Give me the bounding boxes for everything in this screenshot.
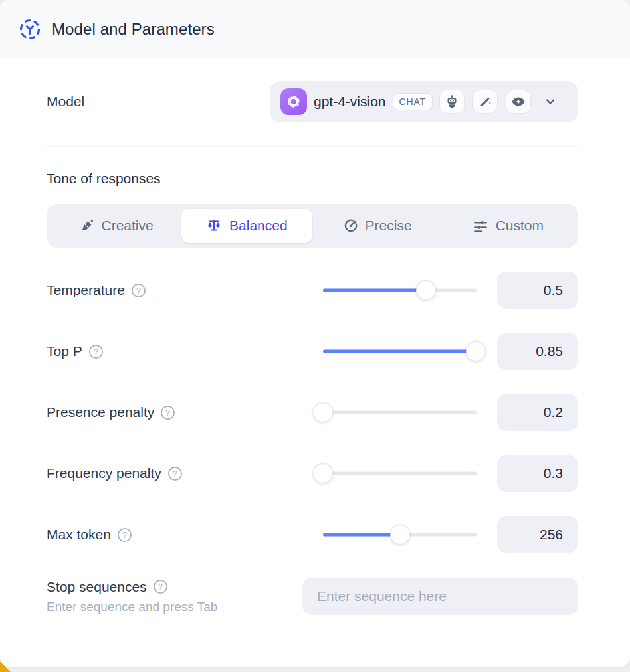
param-row-presence-penalty: Presence penalty ? 0.2: [47, 394, 578, 431]
paintbrush-icon: [80, 218, 94, 233]
slider-track: [323, 411, 477, 414]
slider-handle[interactable]: [313, 402, 333, 422]
model-parameters-icon: [19, 18, 41, 41]
tab-creative[interactable]: Creative: [51, 209, 181, 243]
presence-penalty-value[interactable]: 0.2: [497, 394, 578, 431]
chevron-down-icon: [543, 94, 558, 109]
model-type-badge: CHAT: [393, 93, 433, 110]
svg-text:?: ?: [158, 582, 163, 592]
tone-tab-bar: Creative Balanced: [47, 204, 578, 248]
model-label: Model: [47, 94, 84, 110]
param-row-max-token: Max token ? 256: [47, 516, 578, 553]
svg-text:?: ?: [94, 347, 98, 357]
temperature-value[interactable]: 0.5: [497, 272, 578, 309]
svg-text:?: ?: [173, 469, 177, 479]
frequency-penalty-slider[interactable]: [323, 463, 477, 483]
param-row-top-p: Top P ? 0.85: [47, 333, 578, 370]
vision-eye-icon: [506, 90, 531, 114]
panel-header: Model and Parameters: [0, 0, 630, 58]
top-p-slider[interactable]: [323, 341, 477, 361]
tab-label: Balanced: [229, 218, 288, 234]
model-and-parameters-panel: Model and Parameters Model: [0, 0, 630, 667]
param-row-temperature: Temperature ? 0.5: [47, 272, 578, 309]
slider-handle[interactable]: [466, 341, 486, 361]
top-p-value[interactable]: 0.85: [497, 333, 578, 370]
help-icon[interactable]: ?: [131, 283, 146, 298]
slider-handle[interactable]: [416, 280, 436, 300]
stop-sequences-row: Stop sequences ? Enter sequence and pres…: [47, 578, 578, 615]
slider-handle[interactable]: [390, 525, 410, 545]
tab-label: Custom: [496, 218, 544, 234]
help-icon[interactable]: ?: [88, 344, 104, 359]
param-label: Temperature: [47, 282, 125, 298]
slider-fill: [323, 533, 400, 537]
model-name: gpt-4-vision: [314, 94, 386, 110]
param-label: Presence penalty: [47, 404, 154, 420]
tab-balanced[interactable]: Balanced: [181, 209, 312, 243]
frequency-penalty-value[interactable]: 0.3: [497, 455, 578, 492]
help-icon[interactable]: ?: [160, 405, 175, 420]
model-row: Model gpt-4-vision CH: [47, 81, 578, 122]
slider-handle[interactable]: [313, 463, 333, 483]
tab-label: Creative: [102, 218, 154, 234]
param-label: Frequency penalty: [47, 465, 161, 481]
target-arrow-icon: [343, 218, 358, 234]
tab-precise[interactable]: Precise: [312, 209, 443, 243]
slider-track: [323, 472, 477, 475]
svg-text:?: ?: [136, 286, 141, 295]
svg-text:?: ?: [122, 531, 127, 540]
help-icon[interactable]: ?: [153, 579, 168, 594]
page-title: Model and Parameters: [52, 20, 215, 39]
tone-section-title: Tone of responses: [47, 171, 578, 187]
help-icon[interactable]: ?: [167, 466, 183, 481]
param-label: Top P: [47, 343, 82, 359]
slider-fill: [323, 289, 426, 292]
param-label: Max token: [47, 527, 111, 543]
max-token-slider[interactable]: [323, 525, 477, 545]
model-select[interactable]: gpt-4-vision CHAT: [270, 81, 578, 122]
sliders-icon: [473, 218, 488, 234]
param-row-frequency-penalty: Frequency penalty ? 0.3: [47, 455, 578, 492]
slider-fill: [323, 350, 476, 353]
presence-penalty-slider[interactable]: [323, 402, 477, 422]
max-token-value[interactable]: 256: [497, 516, 578, 553]
stop-sequences-hint: Enter sequence and press Tab: [47, 600, 302, 614]
help-icon[interactable]: ?: [117, 527, 132, 543]
tab-label: Precise: [366, 218, 412, 234]
stop-sequences-label: Stop sequences: [47, 579, 147, 595]
stop-sequence-input[interactable]: [302, 578, 578, 615]
temperature-slider[interactable]: [323, 280, 477, 300]
openai-logo-icon: [280, 88, 307, 115]
section-divider: [47, 146, 578, 147]
svg-text:?: ?: [165, 408, 170, 418]
robot-icon: [439, 90, 465, 114]
balance-scale-icon: [206, 218, 222, 234]
magic-wand-icon: [472, 90, 498, 114]
tab-custom[interactable]: Custom: [443, 209, 574, 243]
